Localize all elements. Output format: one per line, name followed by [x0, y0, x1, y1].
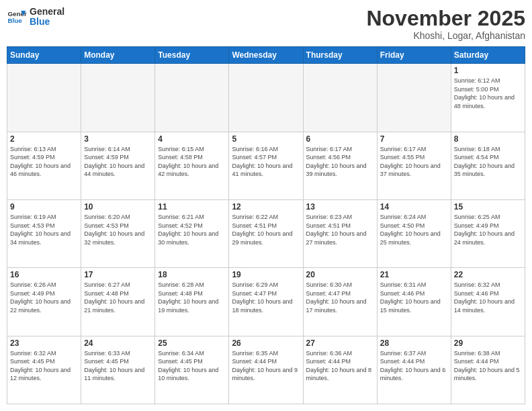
calendar-cell: 13Sunrise: 6:23 AM Sunset: 4:51 PM Dayli… [303, 199, 377, 267]
calendar-cell: 27Sunrise: 6:36 AM Sunset: 4:44 PM Dayli… [303, 336, 377, 404]
header-monday: Monday [81, 47, 155, 64]
day-info: Sunrise: 6:25 AM Sunset: 4:49 PM Dayligh… [454, 213, 522, 246]
calendar-cell [303, 64, 377, 132]
day-number: 19 [232, 270, 300, 279]
calendar-cell [155, 64, 229, 132]
calendar-cell: 7Sunrise: 6:17 AM Sunset: 4:55 PM Daylig… [377, 132, 451, 199]
calendar-cell: 2Sunrise: 6:13 AM Sunset: 4:59 PM Daylig… [7, 132, 81, 199]
calendar-cell: 12Sunrise: 6:22 AM Sunset: 4:51 PM Dayli… [229, 199, 303, 267]
day-number: 7 [380, 134, 448, 144]
day-info: Sunrise: 6:17 AM Sunset: 4:55 PM Dayligh… [380, 145, 448, 179]
day-info: Sunrise: 6:23 AM Sunset: 4:51 PM Dayligh… [306, 213, 374, 246]
day-number: 8 [454, 134, 522, 144]
day-number: 10 [84, 202, 152, 212]
calendar-cell: 3Sunrise: 6:14 AM Sunset: 4:59 PM Daylig… [81, 132, 155, 199]
day-info: Sunrise: 6:20 AM Sunset: 4:53 PM Dayligh… [84, 213, 152, 246]
day-number: 22 [454, 270, 522, 279]
day-number: 12 [232, 202, 300, 212]
day-number: 27 [306, 338, 374, 348]
day-info: Sunrise: 6:29 AM Sunset: 4:47 PM Dayligh… [232, 281, 300, 314]
header-friday: Friday [377, 47, 451, 64]
day-info: Sunrise: 6:32 AM Sunset: 4:46 PM Dayligh… [454, 281, 522, 314]
day-number: 25 [158, 338, 226, 348]
day-info: Sunrise: 6:22 AM Sunset: 4:51 PM Dayligh… [232, 213, 300, 246]
calendar-cell: 25Sunrise: 6:34 AM Sunset: 4:45 PM Dayli… [155, 336, 229, 404]
calendar-cell: 9Sunrise: 6:19 AM Sunset: 4:53 PM Daylig… [7, 199, 81, 267]
svg-text:Blue: Blue [8, 17, 23, 24]
day-number: 5 [232, 134, 300, 144]
calendar-cell: 18Sunrise: 6:28 AM Sunset: 4:48 PM Dayli… [155, 268, 229, 336]
day-info: Sunrise: 6:21 AM Sunset: 4:52 PM Dayligh… [158, 213, 226, 246]
day-number: 3 [84, 134, 152, 144]
day-number: 29 [454, 338, 522, 348]
calendar-cell: 19Sunrise: 6:29 AM Sunset: 4:47 PM Dayli… [229, 268, 303, 336]
calendar-cell: 28Sunrise: 6:37 AM Sunset: 4:44 PM Dayli… [377, 336, 451, 404]
day-number: 23 [10, 338, 78, 348]
day-info: Sunrise: 6:12 AM Sunset: 5:00 PM Dayligh… [454, 77, 522, 110]
calendar-cell: 6Sunrise: 6:17 AM Sunset: 4:56 PM Daylig… [303, 132, 377, 199]
day-number: 1 [454, 66, 522, 75]
day-info: Sunrise: 6:28 AM Sunset: 4:48 PM Dayligh… [158, 281, 226, 314]
day-info: Sunrise: 6:13 AM Sunset: 4:59 PM Dayligh… [10, 145, 78, 179]
calendar-header-row: Sunday Monday Tuesday Wednesday Thursday… [7, 47, 525, 64]
header-saturday: Saturday [451, 47, 525, 64]
calendar-cell: 1Sunrise: 6:12 AM Sunset: 5:00 PM Daylig… [451, 64, 525, 132]
header-thursday: Thursday [303, 47, 377, 64]
day-info: Sunrise: 6:14 AM Sunset: 4:59 PM Dayligh… [84, 145, 152, 179]
logo-blue: Blue [30, 17, 64, 27]
page: General Blue General Blue November 2025 … [0, 0, 532, 411]
day-info: Sunrise: 6:38 AM Sunset: 4:44 PM Dayligh… [454, 349, 522, 383]
calendar-cell: 20Sunrise: 6:30 AM Sunset: 4:47 PM Dayli… [303, 268, 377, 336]
day-info: Sunrise: 6:24 AM Sunset: 4:50 PM Dayligh… [380, 213, 448, 246]
logo-general: General [30, 7, 64, 17]
day-number: 6 [306, 134, 374, 144]
calendar-cell: 11Sunrise: 6:21 AM Sunset: 4:52 PM Dayli… [155, 199, 229, 267]
calendar-cell: 22Sunrise: 6:32 AM Sunset: 4:46 PM Dayli… [451, 268, 525, 336]
day-info: Sunrise: 6:36 AM Sunset: 4:44 PM Dayligh… [306, 349, 374, 383]
day-info: Sunrise: 6:27 AM Sunset: 4:48 PM Dayligh… [84, 281, 152, 314]
calendar-cell: 17Sunrise: 6:27 AM Sunset: 4:48 PM Dayli… [81, 268, 155, 336]
calendar-cell: 14Sunrise: 6:24 AM Sunset: 4:50 PM Dayli… [377, 199, 451, 267]
day-number: 17 [84, 270, 152, 279]
day-info: Sunrise: 6:34 AM Sunset: 4:45 PM Dayligh… [158, 349, 226, 383]
logo: General Blue General Blue [7, 7, 64, 28]
day-info: Sunrise: 6:31 AM Sunset: 4:46 PM Dayligh… [380, 281, 448, 314]
title-block: November 2025 Khoshi, Logar, Afghanistan [366, 7, 525, 41]
day-number: 4 [158, 134, 226, 144]
calendar-cell: 4Sunrise: 6:15 AM Sunset: 4:58 PM Daylig… [155, 132, 229, 199]
day-number: 21 [380, 270, 448, 279]
day-number: 24 [84, 338, 152, 348]
day-info: Sunrise: 6:16 AM Sunset: 4:57 PM Dayligh… [232, 145, 300, 179]
header-wednesday: Wednesday [229, 47, 303, 64]
day-number: 13 [306, 202, 374, 212]
day-info: Sunrise: 6:32 AM Sunset: 4:45 PM Dayligh… [10, 349, 78, 383]
day-number: 9 [10, 202, 78, 212]
day-number: 15 [454, 202, 522, 212]
month-title: November 2025 [366, 7, 525, 30]
day-info: Sunrise: 6:35 AM Sunset: 4:44 PM Dayligh… [232, 349, 300, 383]
day-number: 16 [10, 270, 78, 279]
location: Khoshi, Logar, Afghanistan [366, 30, 525, 41]
calendar-table: Sunday Monday Tuesday Wednesday Thursday… [7, 46, 525, 404]
day-number: 14 [380, 202, 448, 212]
calendar-cell: 26Sunrise: 6:35 AM Sunset: 4:44 PM Dayli… [229, 336, 303, 404]
calendar-cell: 8Sunrise: 6:18 AM Sunset: 4:54 PM Daylig… [451, 132, 525, 199]
calendar-cell [229, 64, 303, 132]
day-info: Sunrise: 6:30 AM Sunset: 4:47 PM Dayligh… [306, 281, 374, 314]
day-info: Sunrise: 6:33 AM Sunset: 4:45 PM Dayligh… [84, 349, 152, 383]
header-tuesday: Tuesday [155, 47, 229, 64]
day-number: 28 [380, 338, 448, 348]
day-info: Sunrise: 6:15 AM Sunset: 4:58 PM Dayligh… [158, 145, 226, 179]
calendar-cell: 5Sunrise: 6:16 AM Sunset: 4:57 PM Daylig… [229, 132, 303, 199]
day-number: 18 [158, 270, 226, 279]
calendar-cell: 15Sunrise: 6:25 AM Sunset: 4:49 PM Dayli… [451, 199, 525, 267]
day-info: Sunrise: 6:17 AM Sunset: 4:56 PM Dayligh… [306, 145, 374, 179]
calendar-cell: 29Sunrise: 6:38 AM Sunset: 4:44 PM Dayli… [451, 336, 525, 404]
day-info: Sunrise: 6:37 AM Sunset: 4:44 PM Dayligh… [380, 349, 448, 383]
header: General Blue General Blue November 2025 … [7, 7, 525, 41]
day-info: Sunrise: 6:19 AM Sunset: 4:53 PM Dayligh… [10, 213, 78, 246]
calendar-cell: 21Sunrise: 6:31 AM Sunset: 4:46 PM Dayli… [377, 268, 451, 336]
calendar-cell [7, 64, 81, 132]
day-number: 2 [10, 134, 78, 144]
calendar-cell [377, 64, 451, 132]
